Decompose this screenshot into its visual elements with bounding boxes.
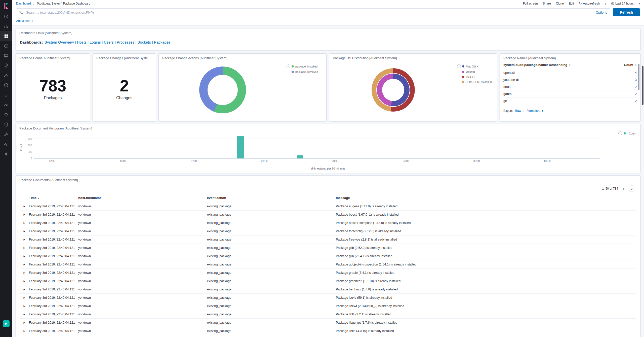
dashboard-link[interactable]: Logins [90,40,101,44]
table-row[interactable]: ▶February 3rd 2019, 22:40:04.121yorktown… [20,319,636,327]
refresh-button[interactable]: Refresh [613,8,640,16]
expand-row-icon[interactable]: ▶ [20,205,29,208]
table-row[interactable]: youtube-dl3 [503,76,637,83]
nav-dev-tools-icon[interactable] [0,129,12,139]
expand-row-icon[interactable]: ▶ [20,222,29,224]
table-row[interactable]: git2 [503,97,637,104]
change-actions-donut-chart[interactable] [199,66,246,113]
nav-monitoring-icon[interactable] [0,139,12,149]
expand-row-icon[interactable]: ▶ [20,213,29,216]
feedback-button[interactable] [3,320,10,327]
table-row[interactable]: ▶February 3rd 2019, 22:40:04.121yorktown… [20,294,636,302]
time-forward-button[interactable]: › [639,2,640,6]
expand-row-icon[interactable]: ▶ [20,330,29,332]
table-row[interactable]: ▶February 3rd 2019, 22:40:04.121yorktown… [20,252,636,260]
table-row[interactable]: ▶February 3rd 2019, 22:40:04.121yorktown… [20,244,636,252]
table-row[interactable]: ▶February 3rd 2019, 22:40:04.121yorktown… [20,227,636,235]
os-distribution-donut-chart[interactable] [372,68,415,112]
breadcrumb-dashboard-link[interactable]: Dashboard [16,2,31,5]
column-header-time[interactable]: Time▼ [29,196,78,200]
legend-item[interactable]: ‹Mac OS X [457,64,494,68]
table-row[interactable]: ▶February 3rd 2019, 22:40:04.121yorktown… [20,327,636,335]
nav-siem-icon[interactable] [0,120,12,129]
expand-row-icon[interactable]: ▶ [20,272,29,274]
legend-item[interactable]: 18.04.1 LTS (Bionic B... [457,80,494,83]
nav-dashboard-icon[interactable] [0,31,12,41]
table-row[interactable]: ▶February 3rd 2019, 22:40:04.121yorktown… [20,269,636,277]
expand-row-icon[interactable]: ▶ [20,288,29,291]
dashboard-link[interactable]: Processes [117,40,134,44]
table-row[interactable]: ▶February 3rd 2019, 22:40:04.121yorktown… [20,335,636,337]
nav-apm-icon[interactable] [0,100,12,110]
expand-row-icon[interactable]: ▶ [20,263,29,266]
kibana-logo[interactable] [0,0,12,12]
histogram-bar[interactable] [237,136,244,158]
table-row[interactable]: ▶February 3rd 2019, 22:40:04.121yorktown… [20,302,636,310]
expand-row-icon[interactable]: ▶ [20,305,29,307]
legend-item[interactable]: Ubuntu [457,70,494,73]
expand-row-icon[interactable]: ▶ [20,321,29,324]
sort-icon[interactable]: ⇅ [635,63,637,66]
dashboard-link[interactable]: System Overview [45,40,74,44]
table-row[interactable]: ▶February 3rd 2019, 22:40:04.121yorktown… [20,235,636,244]
histogram-bar[interactable] [297,155,303,158]
column-header-message[interactable]: message [336,196,636,200]
table-row[interactable]: ▶February 3rd 2019, 22:40:04.121yorktown… [20,202,636,211]
expand-row-icon[interactable]: ▶ [20,313,29,316]
table-row[interactable]: ▶February 3rd 2019, 22:40:04.121yorktown… [20,277,636,285]
legend-toggle-icon[interactable]: ‹ [457,64,461,68]
column-header-name[interactable]: system.audit.package.name: Descending [503,63,567,67]
expand-row-icon[interactable]: ▶ [20,255,29,257]
time-picker-button[interactable]: Last 24 hours [611,2,634,5]
top-menu-item[interactable]: Full screen [523,2,538,5]
expand-row-icon[interactable]: ▶ [20,247,29,249]
add-filter-button[interactable]: Add a filter + [16,19,33,23]
nav-visualize-icon[interactable] [0,21,12,31]
auto-refresh-button[interactable]: ↻ Auto-refresh [579,2,600,5]
nav-management-icon[interactable] [0,149,12,159]
dashboard-link[interactable]: Packages [154,40,171,44]
previous-page-button[interactable]: ‹ [620,185,627,192]
top-menu-item[interactable]: Edit [569,2,574,5]
table-row[interactable]: dbus2 [503,83,637,90]
export-formatted-link[interactable]: Formatted [527,109,544,113]
dashboard-link[interactable]: Users [104,40,114,44]
dashboard-link[interactable]: Sockets [137,40,151,44]
column-header-event[interactable]: event.action [207,196,336,200]
nav-machine-learning-icon[interactable] [0,71,12,80]
export-raw-link[interactable]: Raw [515,109,525,113]
legend-toggle-icon[interactable]: ‹ [618,131,622,135]
table-row[interactable]: ▶February 3rd 2019, 22:40:04.121yorktown… [20,310,636,319]
top-menu-item[interactable]: Clone [556,2,564,5]
table-row[interactable]: ▶February 3rd 2019, 22:40:04.121yorktown… [20,260,636,269]
nav-logs-icon[interactable] [0,90,12,100]
table-row[interactable]: ▶February 3rd 2019, 22:40:04.121yorktown… [20,219,636,227]
table-row[interactable]: ▶February 3rd 2019, 22:40:04.121yorktown… [20,285,636,294]
sort-icon[interactable]: ⇅ [569,63,571,66]
nav-timelion-icon[interactable] [0,41,12,51]
nav-uptime-icon[interactable] [0,110,12,120]
legend-item[interactable]: 10.14.2 [457,75,494,78]
legend-toggle-icon[interactable]: ‹ [287,64,290,68]
nav-infrastructure-icon[interactable] [0,80,12,90]
dashboard-link[interactable]: Hosts [77,40,87,44]
expand-row-icon[interactable]: ▶ [20,238,29,241]
table-row[interactable]: openssl4 [503,69,637,76]
nav-discover-icon[interactable] [0,12,12,21]
collapse-nav-icon[interactable]: → [4,330,8,334]
legend-item[interactable]: ‹package_installed [287,64,324,68]
legend-label[interactable]: Count [629,132,636,135]
expand-row-icon[interactable]: ▶ [20,280,29,282]
next-page-button[interactable]: › [629,185,635,192]
query-options-button[interactable]: Options [596,11,607,14]
time-back-button[interactable]: ‹ [605,2,606,6]
table-row[interactable]: gdbm2 [503,90,637,97]
page-scrollbar[interactable] [642,66,643,105]
search-input[interactable]: >_ Search... (e.g. status:200 AND extens… [16,8,610,16]
panel-scrollbar[interactable] [638,64,639,90]
column-header-count[interactable]: Count [624,63,633,67]
expand-row-icon[interactable]: ▶ [20,296,29,299]
expand-row-icon[interactable]: ▶ [20,230,29,232]
column-header-host[interactable]: host.hostname [78,196,207,200]
legend-item[interactable]: package_removed [287,70,324,73]
